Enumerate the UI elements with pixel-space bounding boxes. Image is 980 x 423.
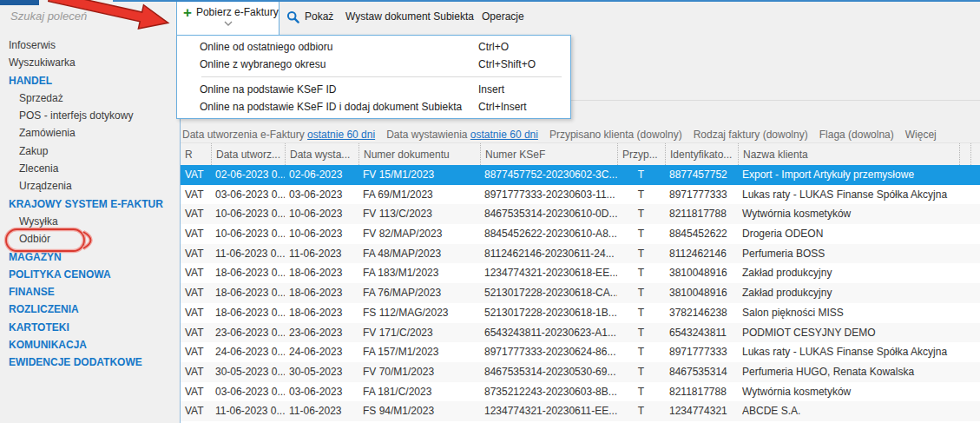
sidebar-item-finanse[interactable]: FINANSE xyxy=(0,283,180,301)
sidebar-item-wyszukiwarka[interactable]: Wyszukiwarka xyxy=(0,54,180,71)
table-cell: 8845452622-20230610-A8... xyxy=(480,224,617,244)
table-row[interactable]: VAT11-06-2023 0...11-06-2023FS 94/M1/202… xyxy=(181,401,980,421)
sidebar-item-zamówienia[interactable]: Zamówienia xyxy=(0,124,180,142)
filter-value-link[interactable]: ostatnie 60 dni xyxy=(470,129,538,141)
sidebar-item-polityka-cenowa[interactable]: POLITYKA CENOWA xyxy=(0,266,180,283)
search-input[interactable]: Szukaj poleceń xyxy=(10,10,167,23)
table-cell: VAT xyxy=(181,303,211,323)
table-cell: 10-06-2023 0... xyxy=(211,204,285,224)
sidebar-item-komunikacja[interactable]: KOMUNIKACJA xyxy=(0,336,180,354)
sidebar-item-krajowy-system-e-faktur[interactable]: KRAJOWY SYSTEM E-FAKTUR xyxy=(0,195,180,213)
table-cell: Lukas raty - LUKAS Finanse Spółka Akcyjn… xyxy=(738,342,959,362)
table-cell: VAT xyxy=(181,165,211,185)
sidebar-item-sprzedaż[interactable]: Sprzedaż xyxy=(0,89,180,107)
table-cell: VAT xyxy=(181,204,211,224)
table-cell: Zakład produkcyjny xyxy=(738,283,959,303)
table-cell: Salon piękności MISS xyxy=(738,303,959,323)
table-cell: FV 82/MAP/2023 xyxy=(358,224,480,244)
sidebar-item-rozliczenia[interactable]: ROZLICZENIA xyxy=(0,301,180,318)
table-cell: T xyxy=(617,263,665,283)
filter-item[interactable]: Flaga (dowolna) xyxy=(819,129,894,141)
table-row[interactable]: VAT30-05-2023 0...30-05-2023FV 70/M1/202… xyxy=(181,362,980,382)
issue-subiekt-document-button[interactable]: Wystaw dokument Subiekta xyxy=(345,0,474,33)
filter-item[interactable]: Data wystawienia ostatnie 60 dni xyxy=(386,129,538,141)
column-header[interactable]: Numer KSeF xyxy=(480,143,617,165)
table-header[interactable]: RData utworz...Data wysta...Numer dokume… xyxy=(181,142,980,165)
sidebar-item-zakup[interactable]: Zakup xyxy=(0,142,180,160)
show-button-label: Pokaż xyxy=(305,10,333,23)
table-row[interactable]: VAT23-06-2023 0...23-06-2023FV 171/C/202… xyxy=(181,323,980,343)
menu-item-label: Online od ostatniego odbioru xyxy=(177,38,478,56)
table-cell: 03-06-2023 0... xyxy=(211,185,285,205)
column-header[interactable] xyxy=(959,143,970,165)
table-cell: 5213017228-20230618-1B... xyxy=(480,303,617,323)
show-button[interactable]: Pokaż xyxy=(286,0,333,33)
column-header[interactable]: R xyxy=(181,143,211,165)
table-row[interactable]: VAT18-06-2023 0...18-06-2023FA 183/M1/20… xyxy=(181,263,980,283)
table-row[interactable]: VAT10-06-2023 0...10-06-2023FV 113/C/202… xyxy=(181,204,980,224)
sidebar-item-urządzenia[interactable]: Urządzenia xyxy=(0,177,180,195)
einvoice-table: VAT02-06-2023 0...02-06-2023FV 15/M1/202… xyxy=(181,165,980,423)
sidebar-item-ewidencje-dodatkowe[interactable]: EWIDENCJE DODATKOWE xyxy=(0,354,180,371)
filter-item[interactable]: Data utworzenia e-Faktury ostatnie 60 dn… xyxy=(182,129,375,141)
menu-item[interactable]: Online na podstawie KSeF IDInsert xyxy=(177,81,570,98)
download-einvoices-button[interactable]: + Pobierz e-Faktury xyxy=(176,0,280,35)
table-row[interactable]: VAT24-06-2023 0...24-06-2023FA 157/M1/20… xyxy=(181,342,980,362)
column-header[interactable]: Przyp... xyxy=(617,143,665,165)
table-row[interactable]: VAT18-06-2023 0...18-06-2023FA 76/MAP/20… xyxy=(181,283,980,303)
column-header[interactable]: Data utworz... xyxy=(211,143,285,165)
table-cell: 8971777333 xyxy=(665,342,738,362)
column-header[interactable]: Numer dokumentu xyxy=(358,143,480,165)
table-row[interactable]: VAT03-06-2023 0...03-06-2023FA 69/M1/202… xyxy=(181,185,980,205)
filter-item[interactable]: Przypisano klienta (dowolny) xyxy=(549,129,682,141)
table-cell: 3810048916 xyxy=(665,283,738,303)
sidebar: Szukaj poleceń InfoserwisWyszukiwarkaHAN… xyxy=(0,0,180,423)
table-cell: 3782146238 xyxy=(665,303,738,323)
sidebar-item-zlecenia[interactable]: Zlecenia xyxy=(0,160,180,177)
menu-item[interactable]: Online od ostatniego odbioruCtrl+O xyxy=(177,38,570,56)
column-header[interactable] xyxy=(970,143,980,165)
table-cell: FA 157/M1/2023 xyxy=(358,342,480,362)
sidebar-item-pos-interfejs-dotykowy[interactable]: POS - interfejs dotykowy xyxy=(0,107,180,124)
column-header[interactable]: Data wysta... xyxy=(285,143,358,165)
table-row[interactable]: VAT10-06-2023 0...10-06-2023FV 82/MAP/20… xyxy=(181,224,980,244)
column-header[interactable]: Nazwa klienta xyxy=(738,143,959,165)
filter-value-link[interactable]: ostatnie 60 dni xyxy=(307,129,375,141)
filter-item[interactable]: Więcej xyxy=(905,129,937,141)
menu-item[interactable]: Online z wybranego okresuCtrl+Shift+O xyxy=(177,56,570,73)
table-cell: VAT xyxy=(181,263,211,283)
column-header[interactable]: Identyfikato... xyxy=(665,143,738,165)
search-icon xyxy=(286,10,299,23)
sidebar-item-kartoteki[interactable]: KARTOTEKI xyxy=(0,319,180,336)
table-cell: 30-05-2023 xyxy=(285,362,358,382)
table-cell: 3810048916 xyxy=(665,263,738,283)
sidebar-item-magazyn[interactable]: MAGAZYN xyxy=(0,248,180,266)
table-cell: FA 69/M1/2023 xyxy=(358,185,480,205)
sidebar-nav: InfoserwisWyszukiwarkaHANDELSprzedażPOS … xyxy=(0,36,180,372)
table-cell: Perfumeria HUGO, Renata Kowalska xyxy=(738,362,959,382)
table-row[interactable]: VAT02-06-2023 0...02-06-2023FV 15/M1/202… xyxy=(181,165,980,185)
sidebar-item-handel[interactable]: HANDEL xyxy=(0,72,180,89)
table-row[interactable]: VAT18-06-2023 0...18-06-2023FS 112/MAG/2… xyxy=(181,303,980,323)
sidebar-item-infoserwis[interactable]: Infoserwis xyxy=(0,36,180,54)
ksef-odbior-window: Szukaj poleceń InfoserwisWyszukiwarkaHAN… xyxy=(0,0,980,423)
table-cell: 18-06-2023 xyxy=(285,283,358,303)
filter-item[interactable]: Rodzaj faktury (dowolny) xyxy=(694,129,808,141)
sidebar-item-odbiór[interactable]: Odbiór xyxy=(0,230,180,248)
operations-button[interactable]: Operacje xyxy=(482,0,524,33)
table-row[interactable]: VAT03-06-2023 0...03-06-2023FA 181/C/202… xyxy=(181,382,980,402)
table-cell: 11-06-2023 xyxy=(285,401,358,421)
menu-item[interactable]: Online na podstawie KSeF ID i dodaj doku… xyxy=(177,98,570,116)
table-cell: 8467535314-20230610-0D... xyxy=(480,204,617,224)
table-cell: VAT xyxy=(181,362,211,382)
menu-separator xyxy=(201,76,562,77)
table-cell: 8877457752-20230602-3C... xyxy=(480,165,617,185)
table-row[interactable]: VAT11-06-2023 0...11-06-2023FA 48/MAP/20… xyxy=(181,244,980,264)
sidebar-item-wysyłka[interactable]: Wysyłka xyxy=(0,213,180,230)
table-cell: 02-06-2023 0... xyxy=(211,165,285,185)
operations-label: Operacje xyxy=(482,10,524,23)
table-cell: VAT xyxy=(181,224,211,244)
download-einvoices-label: Pobierz e-Faktury xyxy=(196,6,279,18)
table-cell: 24-06-2023 xyxy=(285,342,358,362)
table-cell: 18-06-2023 xyxy=(285,263,358,283)
